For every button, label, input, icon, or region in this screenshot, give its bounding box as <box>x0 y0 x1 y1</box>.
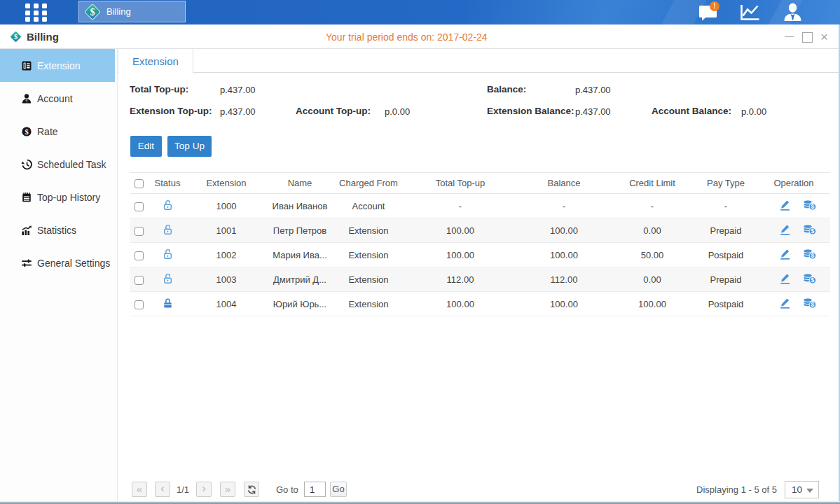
pay-type-cell: Postpaid <box>694 292 757 316</box>
column-header-total-topup: Total Top-up <box>403 173 518 194</box>
sidebar-item-account[interactable]: Account <box>0 82 115 115</box>
credit-limit-cell: 50.00 <box>610 243 694 267</box>
window-titlebar: $ Billing Your trial period ends on: 201… <box>0 24 840 49</box>
topup-coins-icon: $ <box>803 272 816 284</box>
trial-notice: Your trial period ends on: 2017-02-24 <box>326 31 488 43</box>
row-checkbox[interactable] <box>135 227 144 236</box>
window-controls: × <box>784 24 829 48</box>
summary-value: p.437.00 <box>220 85 256 95</box>
top-up-extension-button[interactable]: $ <box>803 223 816 237</box>
user-icon[interactable] <box>783 3 803 24</box>
edit-extension-button[interactable] <box>779 297 791 311</box>
next-page-button[interactable]: › <box>196 482 212 497</box>
scheduled-task-icon <box>21 159 32 170</box>
summary-value: p.437.00 <box>575 106 611 117</box>
top-up-extension-button[interactable]: $ <box>803 248 816 262</box>
tab-label: Extension <box>132 55 179 67</box>
top-up-extension-button[interactable]: $ <box>803 199 816 213</box>
extension-cell: 1003 <box>187 267 266 292</box>
sidebar-item-extension[interactable]: Extension <box>0 49 115 82</box>
sidebar-item-statistics[interactable]: Statistics <box>0 214 115 246</box>
sidebar-item-general-settings[interactable]: General Settings <box>0 246 115 279</box>
table-row: 1004 Юрий Юрь... Extension 100.00 100.00… <box>130 292 830 316</box>
name-cell: Петр Петров <box>266 218 334 243</box>
edit-icon <box>779 272 791 284</box>
messages-icon[interactable]: ! <box>698 3 719 22</box>
table-row: 1001 Петр Петров Extension 100.00 100.00… <box>130 218 830 243</box>
maximize-button[interactable] <box>801 31 812 42</box>
balance-cell: 100.00 <box>518 243 610 267</box>
first-page-button[interactable]: « <box>132 482 147 497</box>
svg-text:$: $ <box>90 7 95 18</box>
extension-table: Status Extension Name Charged From Total… <box>130 172 830 316</box>
app-grid-icon[interactable] <box>25 4 48 21</box>
charged-from-cell: Extension <box>334 292 403 316</box>
sidebar-item-label: Account <box>37 93 73 104</box>
column-header-pay-type: Pay Type <box>694 173 757 194</box>
minimize-button[interactable] <box>784 31 794 42</box>
edit-extension-button[interactable] <box>779 223 791 237</box>
select-all-checkbox[interactable] <box>135 179 144 188</box>
name-cell: Мария Ива... <box>266 243 334 267</box>
pagination-bar: « ‹ 1/1 › » Go to Go Displaying 1 - 5 of… <box>130 481 830 499</box>
tab-extension[interactable]: Extension <box>118 49 193 74</box>
edit-icon <box>779 297 791 309</box>
status-cell <box>148 267 187 292</box>
summary-value: p.0.00 <box>385 106 410 117</box>
goto-page-input[interactable] <box>304 482 326 497</box>
credit-limit-cell: - <box>610 194 694 218</box>
summary-label: Extension Balance: <box>487 106 574 116</box>
topup-coins-icon: $ <box>803 297 816 309</box>
operation-cell: $ <box>757 194 830 218</box>
refresh-button[interactable] <box>244 482 259 497</box>
pay-type-cell: - <box>694 194 757 218</box>
extension-cell: 1000 <box>187 194 266 218</box>
close-button[interactable]: × <box>819 31 829 42</box>
sidebar-item-rate[interactable]: $ Rate <box>0 115 115 148</box>
row-checkbox[interactable] <box>135 300 144 309</box>
last-page-button[interactable]: » <box>220 482 235 497</box>
credit-limit-cell: 100.00 <box>610 292 694 316</box>
row-checkbox[interactable] <box>135 202 144 211</box>
name-cell: Дмитрий Д... <box>266 267 334 292</box>
svg-text:$: $ <box>25 127 28 135</box>
page-size-select[interactable]: 10 <box>785 481 819 498</box>
edit-extension-button[interactable] <box>779 199 791 213</box>
topup-history-icon <box>21 192 32 203</box>
svg-text:$: $ <box>14 33 18 41</box>
total-topup-cell: 100.00 <box>403 218 518 243</box>
top-up-extension-button[interactable]: $ <box>803 297 816 311</box>
billing-app-icon: $ <box>83 3 102 21</box>
edit-icon <box>779 248 791 260</box>
sidebar-item-topup-history[interactable]: Top-up History <box>0 181 115 214</box>
top-up-button[interactable]: Top Up <box>167 136 212 157</box>
taskbar-billing-tab[interactable]: $ Billing <box>78 1 186 22</box>
row-checkbox[interactable] <box>135 276 144 285</box>
topup-coins-icon: $ <box>803 248 816 260</box>
edit-extension-button[interactable] <box>779 248 791 262</box>
credit-limit-cell: 0.00 <box>610 218 694 243</box>
charged-from-cell: Extension <box>334 243 403 267</box>
go-button[interactable]: Go <box>330 482 347 497</box>
billing-window-icon: $ <box>9 30 22 43</box>
prev-page-button[interactable]: ‹ <box>155 482 170 497</box>
operation-cell: $ <box>757 243 830 267</box>
status-cell <box>148 292 187 316</box>
window-title: Billing <box>27 31 59 43</box>
status-cell <box>148 218 187 243</box>
row-checkbox[interactable] <box>135 251 144 260</box>
sidebar-item-scheduled-task[interactable]: Scheduled Task <box>0 148 115 181</box>
operation-cell: $ <box>757 292 830 316</box>
column-header-operation: Operation <box>757 173 830 194</box>
resource-monitor-icon[interactable] <box>739 3 761 24</box>
balance-cell: 100.00 <box>518 292 610 316</box>
top-up-extension-button[interactable]: $ <box>803 272 816 286</box>
pay-type-cell: Prepaid <box>694 218 757 243</box>
notification-badge: ! <box>710 1 719 11</box>
credit-limit-cell: 0.00 <box>610 267 694 292</box>
edit-button[interactable]: Edit <box>130 136 162 157</box>
column-header-credit-limit: Credit Limit <box>610 173 694 194</box>
sidebar-item-label: Extension <box>37 60 80 71</box>
extension-cell: 1001 <box>187 218 266 243</box>
edit-extension-button[interactable] <box>779 272 791 286</box>
